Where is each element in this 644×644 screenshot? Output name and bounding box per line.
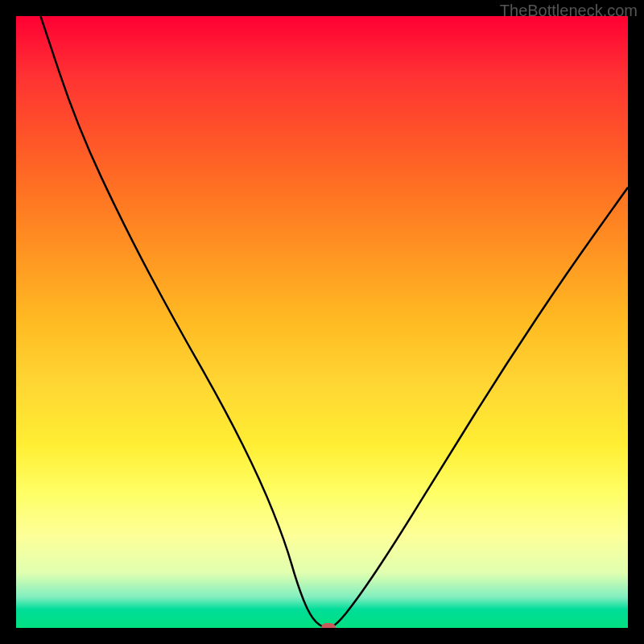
current-point-marker	[321, 623, 336, 628]
bottleneck-curve	[16, 16, 628, 628]
watermark-text: TheBottleneck.com	[500, 2, 638, 20]
plot-area	[16, 16, 628, 628]
